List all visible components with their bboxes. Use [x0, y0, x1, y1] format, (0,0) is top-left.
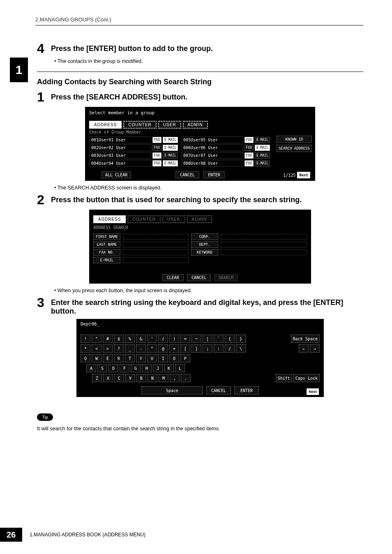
key[interactable]: F: [120, 364, 129, 372]
key[interactable]: N: [148, 374, 157, 382]
key[interactable]: S: [97, 364, 107, 372]
tab-address[interactable]: ADDRESS: [89, 121, 122, 129]
key[interactable]: Y: [136, 354, 146, 362]
key[interactable]: !: [81, 335, 90, 343]
email-toggle[interactable]: E-MAIL: [163, 160, 178, 166]
list-item[interactable]: 005User05 UserFAXE-MAIL: [181, 136, 270, 143]
key[interactable]: ]: [191, 344, 201, 353]
known-id-button[interactable]: KNOWN ID: [277, 136, 312, 143]
fax-toggle[interactable]: FAX: [244, 160, 254, 166]
key[interactable]: R: [114, 354, 124, 362]
key[interactable]: C: [114, 374, 124, 382]
key[interactable]: D: [108, 364, 118, 372]
key[interactable]: B: [136, 374, 146, 382]
dept-field-button[interactable]: DEPT.: [191, 241, 218, 248]
email-toggle[interactable]: E-MAIL: [163, 137, 178, 143]
key[interactable]: O: [169, 354, 179, 362]
list-item[interactable]: 003User03 UserFAXE-MAIL: [89, 152, 178, 159]
key[interactable]: J: [153, 364, 163, 372]
tab-counter[interactable]: COUNTER: [123, 121, 156, 129]
key[interactable]: H: [142, 364, 152, 372]
key[interactable]: U: [147, 354, 157, 362]
key[interactable]: A: [86, 364, 96, 372]
left-arrow-key[interactable]: ←: [299, 344, 309, 353]
fax-toggle[interactable]: FAX: [244, 152, 254, 159]
search-address-button[interactable]: SEARCH ADDRESS: [277, 145, 312, 152]
email-toggle[interactable]: E-MAIL: [163, 152, 178, 159]
key[interactable]: [: [180, 344, 190, 353]
capslock-key[interactable]: Caps Lock: [293, 374, 320, 382]
key[interactable]: @: [158, 344, 168, 353]
key[interactable]: M: [159, 374, 168, 382]
key[interactable]: >: [103, 344, 113, 353]
email-toggle[interactable]: E-MAIL: [255, 160, 270, 166]
key[interactable]: ^: [147, 344, 157, 353]
email-toggle[interactable]: E-MAIL: [255, 137, 270, 143]
key[interactable]: `: [214, 335, 224, 343]
keyword-field-button[interactable]: KEYWORD: [191, 249, 218, 256]
email-field-button[interactable]: E-MAIL: [93, 257, 120, 263]
first-name-input[interactable]: [123, 234, 189, 240]
cancel-button[interactable]: CANCEL: [175, 171, 199, 178]
first-name-field-button[interactable]: FIRST NAME: [93, 233, 120, 240]
key[interactable]: E: [103, 354, 113, 362]
key[interactable]: ': [147, 335, 157, 343]
email-input[interactable]: [123, 257, 189, 263]
key[interactable]: ~: [191, 335, 201, 343]
next-button[interactable]: Next: [297, 172, 310, 178]
backspace-key[interactable]: Back Space: [291, 335, 320, 343]
key[interactable]: L: [175, 364, 185, 372]
key[interactable]: $: [114, 335, 124, 343]
key[interactable]: I: [158, 354, 168, 362]
email-toggle[interactable]: E-MAIL: [255, 152, 270, 159]
list-item[interactable]: 006User06 UserFAXE-MAIL: [181, 144, 270, 151]
key[interactable]: Q: [81, 354, 90, 362]
last-name-field-button[interactable]: LAST NAME: [93, 241, 120, 248]
key[interactable]: X: [103, 374, 113, 382]
shift-key[interactable]: Shift: [276, 374, 292, 382]
fax-no-input[interactable]: [123, 249, 189, 255]
key[interactable]: (: [158, 335, 168, 343]
key[interactable]: _: [125, 344, 135, 353]
corp-field-button[interactable]: CORP.: [191, 233, 218, 240]
key[interactable]: :: [214, 344, 224, 353]
email-toggle[interactable]: E-MAIL: [255, 145, 270, 151]
fax-toggle[interactable]: FAX: [244, 137, 254, 143]
key[interactable]: {: [225, 335, 235, 343]
right-arrow-key[interactable]: →: [310, 344, 320, 353]
fax-toggle[interactable]: FAX: [152, 145, 161, 151]
key[interactable]: K: [164, 364, 174, 372]
key[interactable]: &: [136, 335, 146, 343]
key[interactable]: /: [225, 344, 235, 353]
key[interactable]: W: [92, 354, 101, 362]
key[interactable]: G: [131, 364, 141, 372]
fax-toggle[interactable]: FAX: [152, 137, 161, 143]
fax-no-field-button[interactable]: FAX NO.: [93, 249, 120, 256]
cancel-button[interactable]: CANCEL: [206, 386, 231, 395]
key[interactable]: <: [92, 344, 101, 353]
tab-user[interactable]: USER: [158, 121, 181, 129]
enter-button[interactable]: ENTER: [234, 386, 259, 395]
last-name-input[interactable]: [123, 242, 189, 247]
search-button[interactable]: SEARCH: [214, 274, 238, 281]
list-item[interactable]: 007User07 UserFAXE-MAIL: [181, 152, 270, 159]
key[interactable]: ,: [170, 374, 180, 382]
key[interactable]: T: [125, 354, 135, 362]
key[interactable]: #: [103, 335, 113, 343]
key[interactable]: }: [236, 335, 246, 343]
keyword-input[interactable]: [221, 249, 307, 255]
enter-button[interactable]: ENTER: [203, 171, 225, 178]
key[interactable]: P: [180, 354, 190, 362]
key[interactable]: -: [136, 344, 146, 353]
list-item[interactable]: 004User04 UserFAXE-MAIL: [89, 160, 178, 167]
key[interactable]: |: [203, 335, 212, 343]
cancel-button[interactable]: CANCEL: [187, 274, 211, 281]
key[interactable]: %: [125, 335, 135, 343]
email-toggle[interactable]: E-MAIL: [163, 145, 178, 151]
key[interactable]: ;: [203, 344, 212, 353]
key[interactable]: ?: [114, 344, 124, 353]
key[interactable]: +: [169, 344, 179, 353]
key[interactable]: V: [125, 374, 135, 382]
key[interactable]: *: [81, 344, 90, 353]
corp-input[interactable]: [221, 234, 307, 240]
